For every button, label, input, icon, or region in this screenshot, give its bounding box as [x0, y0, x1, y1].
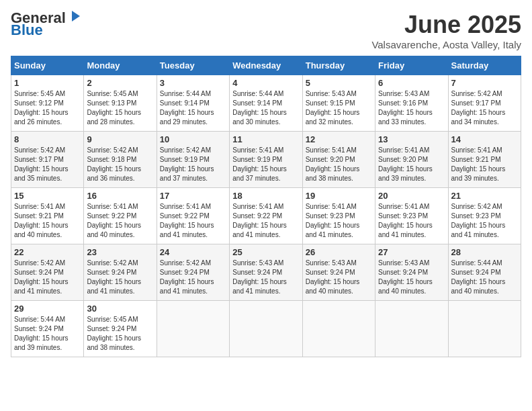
- day-info: Sunrise: 5:43 AMSunset: 9:16 PMDaylight:…: [378, 89, 445, 127]
- calendar-cell: 14Sunrise: 5:41 AMSunset: 9:21 PMDayligh…: [448, 132, 521, 188]
- calendar-cell: 27Sunrise: 5:43 AMSunset: 9:24 PMDayligh…: [375, 244, 448, 301]
- day-number: 13: [378, 134, 445, 144]
- day-info: Sunrise: 5:43 AMSunset: 9:24 PMDaylight:…: [378, 259, 445, 296]
- day-number: 12: [306, 134, 372, 144]
- calendar-cell: 1Sunrise: 5:45 AMSunset: 9:12 PMDaylight…: [11, 75, 84, 132]
- calendar-cell: 23Sunrise: 5:42 AMSunset: 9:24 PMDayligh…: [84, 244, 157, 301]
- calendar-row: 22Sunrise: 5:42 AMSunset: 9:24 PMDayligh…: [11, 244, 521, 301]
- day-info: Sunrise: 5:41 AMSunset: 9:22 PMDaylight:…: [87, 202, 153, 240]
- day-info: Sunrise: 5:41 AMSunset: 9:23 PMDaylight:…: [378, 202, 445, 240]
- day-number: 15: [14, 191, 81, 201]
- calendar-row: 29Sunrise: 5:44 AMSunset: 9:24 PMDayligh…: [11, 301, 521, 357]
- calendar-cell: 28Sunrise: 5:44 AMSunset: 9:24 PMDayligh…: [448, 244, 521, 301]
- day-number: 17: [160, 191, 226, 201]
- day-number: 6: [378, 78, 445, 88]
- title-block: June 2025 Valsavarenche, Aosta Valley, I…: [371, 11, 521, 50]
- calendar-cell: 3Sunrise: 5:44 AMSunset: 9:14 PMDaylight…: [157, 75, 229, 132]
- day-info: Sunrise: 5:44 AMSunset: 9:24 PMDaylight:…: [451, 259, 518, 296]
- day-info: Sunrise: 5:41 AMSunset: 9:20 PMDaylight:…: [378, 146, 445, 183]
- day-number: 8: [14, 134, 81, 144]
- calendar-cell: 30Sunrise: 5:45 AMSunset: 9:24 PMDayligh…: [84, 301, 157, 357]
- calendar-row: 1Sunrise: 5:45 AMSunset: 9:12 PMDaylight…: [11, 75, 521, 132]
- calendar-cell: 19Sunrise: 5:41 AMSunset: 9:23 PMDayligh…: [302, 188, 375, 244]
- calendar-cell: 9Sunrise: 5:42 AMSunset: 9:18 PMDaylight…: [84, 132, 157, 188]
- day-number: 30: [87, 304, 153, 314]
- day-info: Sunrise: 5:41 AMSunset: 9:22 PMDaylight:…: [232, 202, 299, 240]
- day-number: 14: [451, 134, 518, 144]
- day-info: Sunrise: 5:41 AMSunset: 9:22 PMDaylight:…: [160, 202, 226, 240]
- day-number: 10: [160, 134, 226, 144]
- day-info: Sunrise: 5:45 AMSunset: 9:12 PMDaylight:…: [14, 89, 81, 127]
- calendar-cell: 25Sunrise: 5:43 AMSunset: 9:24 PMDayligh…: [230, 244, 302, 301]
- day-number: 25: [232, 247, 299, 257]
- day-info: Sunrise: 5:43 AMSunset: 9:15 PMDaylight:…: [306, 89, 372, 127]
- location-subtitle: Valsavarenche, Aosta Valley, Italy: [371, 39, 521, 50]
- day-number: 23: [87, 247, 153, 257]
- day-info: Sunrise: 5:42 AMSunset: 9:19 PMDaylight:…: [160, 146, 226, 183]
- day-number: 27: [378, 247, 445, 257]
- day-number: 2: [87, 78, 153, 88]
- day-info: Sunrise: 5:42 AMSunset: 9:17 PMDaylight:…: [451, 89, 518, 127]
- day-info: Sunrise: 5:42 AMSunset: 9:24 PMDaylight:…: [87, 259, 153, 296]
- calendar-cell: 7Sunrise: 5:42 AMSunset: 9:17 PMDaylight…: [448, 75, 521, 132]
- calendar-cell: 13Sunrise: 5:41 AMSunset: 9:20 PMDayligh…: [375, 132, 448, 188]
- day-number: 4: [232, 78, 299, 88]
- day-header: Friday: [375, 56, 448, 75]
- day-number: 7: [451, 78, 518, 88]
- day-info: Sunrise: 5:42 AMSunset: 9:24 PMDaylight:…: [14, 259, 81, 296]
- calendar-cell: [157, 301, 229, 357]
- day-number: 11: [232, 134, 299, 144]
- calendar-row: 15Sunrise: 5:41 AMSunset: 9:21 PMDayligh…: [11, 188, 521, 244]
- day-header: Wednesday: [230, 56, 302, 75]
- calendar-cell: [375, 301, 448, 357]
- logo-blue: Blue: [11, 23, 43, 38]
- day-header: Monday: [84, 56, 157, 75]
- day-info: Sunrise: 5:42 AMSunset: 9:18 PMDaylight:…: [87, 146, 153, 183]
- calendar-cell: 21Sunrise: 5:42 AMSunset: 9:23 PMDayligh…: [448, 188, 521, 244]
- day-info: Sunrise: 5:44 AMSunset: 9:24 PMDaylight:…: [14, 315, 81, 353]
- day-info: Sunrise: 5:43 AMSunset: 9:24 PMDaylight:…: [232, 259, 299, 296]
- calendar-table: SundayMondayTuesdayWednesdayThursdayFrid…: [11, 56, 521, 357]
- calendar-body: 1Sunrise: 5:45 AMSunset: 9:12 PMDaylight…: [11, 75, 521, 357]
- day-number: 1: [14, 78, 81, 88]
- day-info: Sunrise: 5:41 AMSunset: 9:21 PMDaylight:…: [14, 202, 81, 240]
- calendar-cell: 29Sunrise: 5:44 AMSunset: 9:24 PMDayligh…: [11, 301, 84, 357]
- calendar-cell: [448, 301, 521, 357]
- day-number: 19: [306, 191, 372, 201]
- day-info: Sunrise: 5:41 AMSunset: 9:19 PMDaylight:…: [232, 146, 299, 183]
- calendar-cell: 4Sunrise: 5:44 AMSunset: 9:14 PMDaylight…: [230, 75, 302, 132]
- day-info: Sunrise: 5:43 AMSunset: 9:24 PMDaylight:…: [306, 259, 372, 296]
- calendar-cell: 2Sunrise: 5:45 AMSunset: 9:13 PMDaylight…: [84, 75, 157, 132]
- logo-icon: [68, 9, 83, 24]
- calendar-cell: 15Sunrise: 5:41 AMSunset: 9:21 PMDayligh…: [11, 188, 84, 244]
- calendar-cell: 8Sunrise: 5:42 AMSunset: 9:17 PMDaylight…: [11, 132, 84, 188]
- calendar-cell: 24Sunrise: 5:42 AMSunset: 9:24 PMDayligh…: [157, 244, 229, 301]
- calendar-cell: 17Sunrise: 5:41 AMSunset: 9:22 PMDayligh…: [157, 188, 229, 244]
- day-number: 16: [87, 191, 153, 201]
- day-info: Sunrise: 5:41 AMSunset: 9:23 PMDaylight:…: [306, 202, 372, 240]
- day-info: Sunrise: 5:45 AMSunset: 9:13 PMDaylight:…: [87, 89, 153, 127]
- day-header: Sunday: [11, 56, 84, 75]
- day-number: 29: [14, 304, 81, 314]
- calendar-cell: 20Sunrise: 5:41 AMSunset: 9:23 PMDayligh…: [375, 188, 448, 244]
- day-number: 3: [160, 78, 226, 88]
- calendar-cell: [230, 301, 302, 357]
- calendar-cell: 11Sunrise: 5:41 AMSunset: 9:19 PMDayligh…: [230, 132, 302, 188]
- day-number: 24: [160, 247, 226, 257]
- calendar-header: SundayMondayTuesdayWednesdayThursdayFrid…: [11, 56, 521, 75]
- calendar-cell: 5Sunrise: 5:43 AMSunset: 9:15 PMDaylight…: [302, 75, 375, 132]
- calendar-row: 8Sunrise: 5:42 AMSunset: 9:17 PMDaylight…: [11, 132, 521, 188]
- day-info: Sunrise: 5:41 AMSunset: 9:20 PMDaylight:…: [306, 146, 372, 183]
- day-header: Tuesday: [157, 56, 229, 75]
- calendar-cell: 6Sunrise: 5:43 AMSunset: 9:16 PMDaylight…: [375, 75, 448, 132]
- day-number: 18: [232, 191, 299, 201]
- calendar-cell: 26Sunrise: 5:43 AMSunset: 9:24 PMDayligh…: [302, 244, 375, 301]
- calendar-cell: 12Sunrise: 5:41 AMSunset: 9:20 PMDayligh…: [302, 132, 375, 188]
- day-number: 26: [306, 247, 372, 257]
- day-header: Thursday: [302, 56, 375, 75]
- day-number: 21: [451, 191, 518, 201]
- svg-marker-0: [72, 11, 80, 21]
- day-info: Sunrise: 5:44 AMSunset: 9:14 PMDaylight:…: [232, 89, 299, 127]
- day-number: 28: [451, 247, 518, 257]
- header: General Blue June 2025 Valsavarenche, Ao…: [11, 11, 521, 50]
